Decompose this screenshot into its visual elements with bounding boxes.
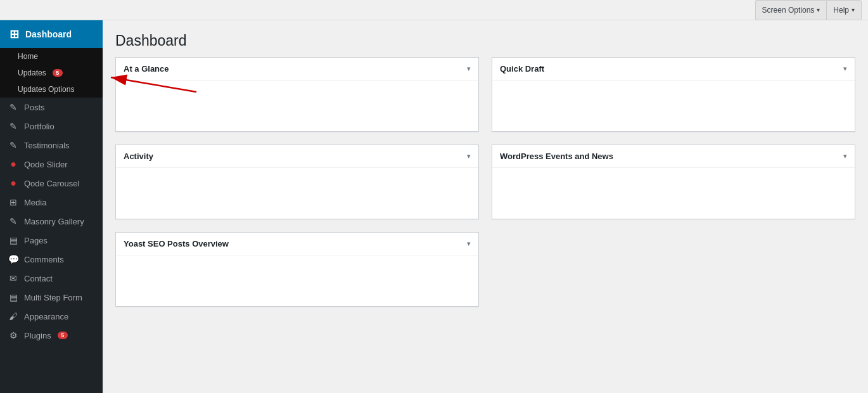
activity-chevron: ▾	[467, 152, 471, 160]
pages-label: Pages	[24, 236, 48, 245]
portfolio-label: Portfolio	[24, 122, 54, 131]
testimonials-icon: ✎	[8, 139, 19, 151]
sidebar-item-plugins[interactable]: ⚙ Plugins 5	[0, 326, 103, 345]
appearance-label: Appearance	[24, 312, 68, 321]
top-bar: Screen Options ▾ Help ▾	[0, 0, 868, 20]
testimonials-label: Testimonials	[24, 141, 70, 150]
yoast-chevron: ▾	[467, 240, 471, 248]
sidebar-home-label: Home	[18, 52, 38, 61]
wp-events-chevron: ▾	[843, 152, 847, 160]
widget-quick-draft-header[interactable]: Quick Draft ▾	[492, 58, 855, 81]
sidebar-item-multi-step-form[interactable]: ▤ Multi Step Form	[0, 288, 103, 307]
widget-quick-draft-body	[492, 81, 855, 131]
page-title-bar: Dashboard	[103, 20, 868, 57]
widget-activity-header[interactable]: Activity ▾	[116, 145, 478, 168]
masonry-gallery-label: Masonry Gallery	[24, 217, 84, 226]
updates-options-label: Updates Options	[18, 85, 74, 94]
widget-activity-body	[116, 168, 478, 219]
widget-activity-title: Activity	[124, 151, 153, 161]
widget-at-a-glance-header[interactable]: At a Glance ▾	[116, 58, 478, 81]
widget-yoast-header[interactable]: Yoast SEO Posts Overview ▾	[116, 233, 478, 255]
page-title: Dashboard	[115, 32, 855, 51]
help-chevron: ▾	[852, 6, 855, 13]
updates-label: Updates	[18, 68, 46, 77]
appearance-icon: 🖌	[8, 311, 19, 322]
contact-icon: ✉	[8, 273, 19, 284]
sidebar-item-posts[interactable]: ✎ Posts	[0, 98, 103, 117]
multi-step-form-label: Multi Step Form	[24, 293, 82, 302]
sidebar-dashboard-label: Dashboard	[25, 29, 72, 39]
media-icon: ⊞	[8, 196, 19, 208]
sidebar-item-updates-options[interactable]: Updates Options	[0, 81, 103, 98]
sidebar-submenu-dashboard: Home Updates 5 Updates Options	[0, 48, 103, 98]
widgets-row-3: Yoast SEO Posts Overview ▾	[115, 232, 855, 307]
widget-yoast: Yoast SEO Posts Overview ▾	[115, 232, 479, 307]
help-label: Help	[833, 6, 849, 15]
updates-badge: 5	[53, 69, 63, 77]
screen-options-label: Screen Options	[762, 6, 815, 15]
widget-wp-events-body	[492, 168, 855, 219]
main-content: Dashboard At a Glance ▾ Quick Draft ▾	[103, 20, 868, 393]
masonry-gallery-icon: ✎	[8, 216, 19, 227]
sidebar-item-portfolio[interactable]: ✎ Portfolio	[0, 117, 103, 136]
sidebar-item-pages[interactable]: ▤ Pages	[0, 231, 103, 250]
sidebar-item-appearance[interactable]: 🖌 Appearance	[0, 307, 103, 326]
widget-at-a-glance-title: At a Glance	[124, 64, 169, 74]
sidebar-item-comments[interactable]: 💬 Comments	[0, 250, 103, 269]
at-a-glance-chevron: ▾	[467, 65, 471, 73]
sidebar-item-updates[interactable]: Updates 5	[0, 65, 103, 81]
portfolio-icon: ✎	[8, 120, 19, 132]
plugins-badge: 5	[58, 332, 68, 339]
posts-icon: ✎	[8, 101, 19, 113]
dashboard-icon: ⊞	[8, 28, 20, 41]
widget-wp-events-header[interactable]: WordPress Events and News ▾	[492, 145, 855, 168]
widget-quick-draft: Quick Draft ▾	[492, 57, 855, 132]
widget-wp-events-title: WordPress Events and News	[500, 151, 613, 161]
sidebar-item-media[interactable]: ⊞ Media	[0, 193, 103, 212]
widgets-area: At a Glance ▾ Quick Draft ▾	[103, 57, 868, 393]
qode-slider-label: Qode Slider	[24, 160, 68, 169]
help-button[interactable]: Help ▾	[826, 0, 862, 20]
pages-icon: ▤	[8, 235, 19, 246]
sidebar-item-qode-slider[interactable]: ● Qode Slider	[0, 155, 103, 174]
plugins-icon: ⚙	[8, 330, 19, 341]
sidebar-dashboard-header[interactable]: ⊞ Dashboard	[0, 20, 103, 48]
sidebar-item-contact[interactable]: ✉ Contact	[0, 269, 103, 288]
sidebar-item-masonry-gallery[interactable]: ✎ Masonry Gallery	[0, 212, 103, 231]
plugins-label: Plugins	[24, 331, 51, 340]
widget-yoast-title: Yoast SEO Posts Overview	[124, 239, 229, 248]
screen-options-button[interactable]: Screen Options ▾	[755, 0, 827, 20]
widget-activity: Activity ▾	[115, 145, 479, 219]
multi-step-form-icon: ▤	[8, 292, 19, 303]
widgets-row-1: At a Glance ▾ Quick Draft ▾	[115, 57, 855, 132]
sidebar: ⊞ Dashboard Home Updates 5 Updates Optio…	[0, 20, 103, 393]
widget-wp-events: WordPress Events and News ▾	[492, 145, 855, 219]
quick-draft-chevron: ▾	[843, 65, 847, 73]
comments-icon: 💬	[8, 254, 19, 265]
sidebar-item-qode-carousel[interactable]: ● Qode Carousel	[0, 174, 103, 193]
widgets-row-2: Activity ▾ WordPress Events and News ▾	[115, 145, 855, 219]
qode-carousel-icon: ●	[8, 177, 19, 189]
posts-label: Posts	[24, 103, 45, 112]
media-label: Media	[24, 198, 46, 207]
widget-at-a-glance-body	[116, 81, 478, 131]
contact-label: Contact	[24, 274, 53, 283]
qode-slider-icon: ●	[8, 158, 19, 170]
sidebar-item-testimonials[interactable]: ✎ Testimonials	[0, 136, 103, 155]
widget-quick-draft-title: Quick Draft	[500, 64, 544, 74]
screen-options-chevron: ▾	[817, 6, 820, 13]
sidebar-item-home[interactable]: Home	[0, 48, 103, 65]
qode-carousel-label: Qode Carousel	[24, 179, 79, 188]
widget-yoast-body	[116, 255, 478, 306]
widget-at-a-glance: At a Glance ▾	[115, 57, 479, 132]
comments-label: Comments	[24, 255, 64, 264]
